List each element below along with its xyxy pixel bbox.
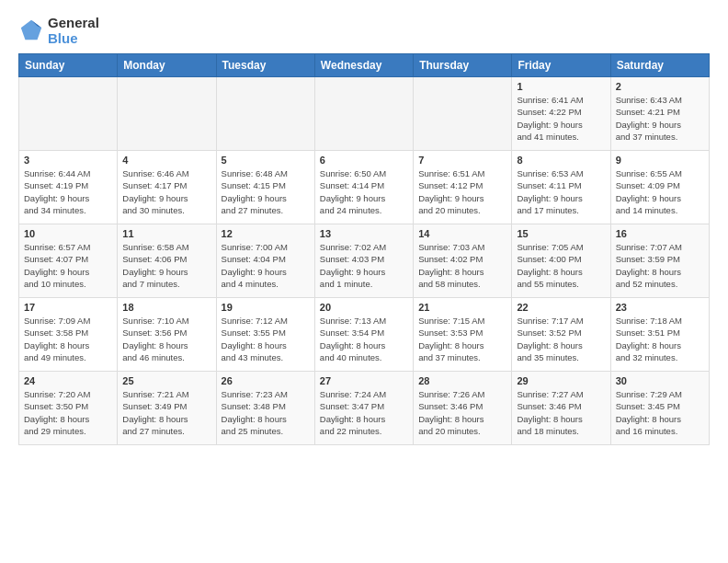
day-info: Sunrise: 6:41 AMSunset: 4:22 PMDaylight:…	[517, 94, 605, 143]
calendar-day-cell	[314, 77, 413, 151]
day-number: 12	[222, 228, 310, 239]
day-number: 28	[418, 375, 506, 386]
calendar-day-cell: 20Sunrise: 7:13 AMSunset: 3:54 PMDayligh…	[314, 298, 413, 372]
page: General Blue SundayMondayTuesdayWednesda…	[0, 0, 728, 563]
day-info: Sunrise: 6:44 AMSunset: 4:19 PMDaylight:…	[24, 167, 112, 216]
day-info: Sunrise: 6:58 AMSunset: 4:06 PMDaylight:…	[122, 241, 210, 290]
day-number: 30	[616, 375, 704, 386]
calendar-day-cell	[414, 77, 512, 151]
day-info: Sunrise: 6:50 AMSunset: 4:14 PMDaylight:…	[320, 167, 408, 216]
calendar-day-cell: 28Sunrise: 7:26 AMSunset: 3:46 PMDayligh…	[414, 372, 512, 445]
calendar-day-cell: 3Sunrise: 6:44 AMSunset: 4:19 PMDaylight…	[19, 151, 118, 224]
calendar-day-cell: 14Sunrise: 7:03 AMSunset: 4:02 PMDayligh…	[414, 224, 512, 298]
calendar-day-cell: 6Sunrise: 6:50 AMSunset: 4:14 PMDaylight…	[314, 151, 413, 224]
calendar-body: 1Sunrise: 6:41 AMSunset: 4:22 PMDaylight…	[19, 77, 710, 445]
calendar-day-cell: 5Sunrise: 6:48 AMSunset: 4:15 PMDaylight…	[216, 151, 314, 224]
calendar-day-cell	[118, 77, 216, 151]
day-number: 8	[517, 155, 605, 166]
logo-text: General Blue	[48, 15, 99, 46]
calendar-day-cell: 8Sunrise: 6:53 AMSunset: 4:11 PMDaylight…	[512, 151, 610, 224]
day-number: 24	[24, 375, 112, 386]
calendar-day-cell: 21Sunrise: 7:15 AMSunset: 3:53 PMDayligh…	[414, 298, 512, 372]
day-info: Sunrise: 7:03 AMSunset: 4:02 PMDaylight:…	[418, 241, 506, 290]
day-number: 20	[320, 302, 408, 313]
calendar-day-cell: 29Sunrise: 7:27 AMSunset: 3:46 PMDayligh…	[512, 372, 610, 445]
calendar-day-cell: 17Sunrise: 7:09 AMSunset: 3:58 PMDayligh…	[19, 298, 118, 372]
calendar-day-cell: 23Sunrise: 7:18 AMSunset: 3:51 PMDayligh…	[610, 298, 709, 372]
calendar-header: SundayMondayTuesdayWednesdayThursdayFrid…	[19, 54, 710, 77]
day-number: 10	[24, 228, 112, 239]
day-number: 29	[517, 375, 605, 386]
calendar-day-cell: 10Sunrise: 6:57 AMSunset: 4:07 PMDayligh…	[19, 224, 118, 298]
day-info: Sunrise: 7:05 AMSunset: 4:00 PMDaylight:…	[517, 241, 605, 290]
header: General Blue	[18, 15, 710, 46]
weekday-header-cell: Sunday	[19, 54, 118, 77]
calendar-day-cell: 30Sunrise: 7:29 AMSunset: 3:45 PMDayligh…	[610, 372, 709, 445]
day-number: 7	[418, 155, 506, 166]
calendar-day-cell: 13Sunrise: 7:02 AMSunset: 4:03 PMDayligh…	[314, 224, 413, 298]
day-number: 18	[122, 302, 210, 313]
day-info: Sunrise: 7:29 AMSunset: 3:45 PMDaylight:…	[616, 388, 704, 437]
day-info: Sunrise: 7:23 AMSunset: 3:48 PMDaylight:…	[222, 388, 310, 437]
day-number: 3	[24, 155, 112, 166]
day-info: Sunrise: 7:02 AMSunset: 4:03 PMDaylight:…	[320, 241, 408, 290]
day-number: 15	[517, 228, 605, 239]
day-number: 22	[517, 302, 605, 313]
calendar-table: SundayMondayTuesdayWednesdayThursdayFrid…	[18, 53, 710, 445]
day-info: Sunrise: 6:57 AMSunset: 4:07 PMDaylight:…	[24, 241, 112, 290]
day-info: Sunrise: 7:07 AMSunset: 3:59 PMDaylight:…	[616, 241, 704, 290]
day-number: 5	[222, 155, 310, 166]
day-number: 26	[222, 375, 310, 386]
calendar-day-cell: 15Sunrise: 7:05 AMSunset: 4:00 PMDayligh…	[512, 224, 610, 298]
calendar-week-row: 1Sunrise: 6:41 AMSunset: 4:22 PMDaylight…	[19, 77, 710, 151]
day-number: 17	[24, 302, 112, 313]
calendar-day-cell	[216, 77, 314, 151]
calendar-day-cell: 25Sunrise: 7:21 AMSunset: 3:49 PMDayligh…	[118, 372, 216, 445]
svg-marker-0	[21, 20, 41, 40]
calendar-day-cell: 26Sunrise: 7:23 AMSunset: 3:48 PMDayligh…	[216, 372, 314, 445]
calendar-day-cell: 18Sunrise: 7:10 AMSunset: 3:56 PMDayligh…	[118, 298, 216, 372]
day-number: 9	[616, 155, 704, 166]
calendar-week-row: 10Sunrise: 6:57 AMSunset: 4:07 PMDayligh…	[19, 224, 710, 298]
calendar-day-cell: 22Sunrise: 7:17 AMSunset: 3:52 PMDayligh…	[512, 298, 610, 372]
day-number: 13	[320, 228, 408, 239]
day-number: 25	[122, 375, 210, 386]
day-number: 19	[222, 302, 310, 313]
day-info: Sunrise: 6:46 AMSunset: 4:17 PMDaylight:…	[122, 167, 210, 216]
logo-icon	[18, 17, 44, 43]
day-info: Sunrise: 6:51 AMSunset: 4:12 PMDaylight:…	[418, 167, 506, 216]
calendar-day-cell: 2Sunrise: 6:43 AMSunset: 4:21 PMDaylight…	[610, 77, 709, 151]
day-number: 27	[320, 375, 408, 386]
day-info: Sunrise: 7:15 AMSunset: 3:53 PMDaylight:…	[418, 315, 506, 363]
day-info: Sunrise: 7:00 AMSunset: 4:04 PMDaylight:…	[222, 241, 310, 290]
weekday-header-cell: Monday	[118, 54, 216, 77]
day-number: 6	[320, 155, 408, 166]
calendar-day-cell	[19, 77, 118, 151]
day-number: 21	[418, 302, 506, 313]
day-number: 16	[616, 228, 704, 239]
day-info: Sunrise: 7:20 AMSunset: 3:50 PMDaylight:…	[24, 388, 112, 437]
weekday-header-cell: Thursday	[414, 54, 512, 77]
calendar-day-cell: 1Sunrise: 6:41 AMSunset: 4:22 PMDaylight…	[512, 77, 610, 151]
weekday-header-cell: Saturday	[610, 54, 709, 77]
day-number: 1	[517, 81, 605, 92]
day-info: Sunrise: 7:17 AMSunset: 3:52 PMDaylight:…	[517, 315, 605, 363]
day-info: Sunrise: 6:55 AMSunset: 4:09 PMDaylight:…	[616, 167, 704, 216]
day-info: Sunrise: 7:10 AMSunset: 3:56 PMDaylight:…	[122, 315, 210, 363]
day-info: Sunrise: 7:24 AMSunset: 3:47 PMDaylight:…	[320, 388, 408, 437]
weekday-header-cell: Friday	[512, 54, 610, 77]
weekday-header-cell: Wednesday	[314, 54, 413, 77]
day-info: Sunrise: 7:12 AMSunset: 3:55 PMDaylight:…	[222, 315, 310, 363]
weekday-header-row: SundayMondayTuesdayWednesdayThursdayFrid…	[19, 54, 710, 77]
weekday-header-cell: Tuesday	[216, 54, 314, 77]
calendar-week-row: 24Sunrise: 7:20 AMSunset: 3:50 PMDayligh…	[19, 372, 710, 445]
day-info: Sunrise: 7:18 AMSunset: 3:51 PMDaylight:…	[616, 315, 704, 363]
calendar-week-row: 17Sunrise: 7:09 AMSunset: 3:58 PMDayligh…	[19, 298, 710, 372]
day-number: 2	[616, 81, 704, 92]
calendar-day-cell: 4Sunrise: 6:46 AMSunset: 4:17 PMDaylight…	[118, 151, 216, 224]
calendar-day-cell: 16Sunrise: 7:07 AMSunset: 3:59 PMDayligh…	[610, 224, 709, 298]
day-number: 14	[418, 228, 506, 239]
day-info: Sunrise: 7:21 AMSunset: 3:49 PMDaylight:…	[122, 388, 210, 437]
day-info: Sunrise: 7:09 AMSunset: 3:58 PMDaylight:…	[24, 315, 112, 363]
calendar-day-cell: 24Sunrise: 7:20 AMSunset: 3:50 PMDayligh…	[19, 372, 118, 445]
